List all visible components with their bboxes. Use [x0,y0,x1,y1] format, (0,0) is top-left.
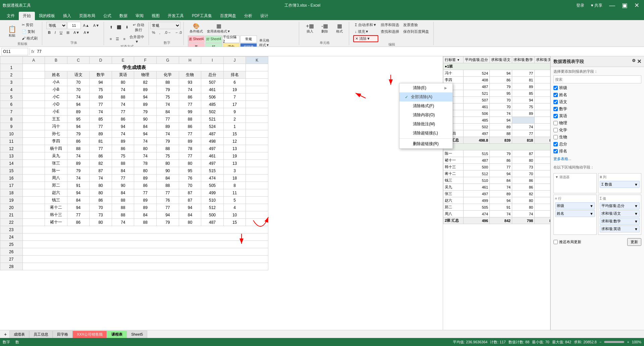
formula-input[interactable] [36,48,643,55]
col-header-A[interactable]: A [22,57,45,64]
menu-item-remove-hyperlink[interactable]: 删除超链接(R) [399,139,452,148]
pivot-col-yingyu[interactable]: 求和项:英语 [535,57,550,63]
paste-btn[interactable]: 📋 粘贴 [5,24,19,39]
format-cell-btn[interactable]: ▦ 格式 [333,22,346,35]
field-search-input[interactable] [553,75,641,83]
col-header-I[interactable]: I [201,57,224,64]
autosum-btn[interactable]: Σ 自动求和▼ [353,22,378,28]
row-num-14[interactable]: 14 [0,160,23,167]
delete-cell-btn[interactable]: -▦ 删除 [318,22,331,35]
row-num-5[interactable]: 5 [0,93,23,101]
sheet-tab-kechengbiao[interactable]: 课程表 [107,331,127,338]
row-num-10[interactable]: 10 [0,130,23,138]
cell-I2[interactable]: 总分 [201,71,224,79]
defer-update-checkbox[interactable] [553,240,558,244]
hair-check-btn[interactable]: 发票查验 [401,22,431,28]
font-size-decrease-btn[interactable]: A▼ [92,23,101,28]
row-num-16[interactable]: 16 [0,175,23,182]
cell-J2[interactable]: 排名 [223,71,246,79]
cell-D2[interactable]: 数学 [90,71,112,79]
share-btn[interactable]: ♥ 共享 [589,2,604,9]
wrap-text-btn[interactable]: ↵ 自动换行 [131,22,146,33]
align-bottom-btn[interactable]: ⬇ [124,22,130,33]
col-header-D[interactable]: D [90,57,112,64]
tab-analyze[interactable]: 分析 [240,12,256,20]
cell-K1[interactable] [246,64,268,71]
pivot-col-shuxue[interactable]: 求和项:数学 [512,57,535,63]
cell-C2[interactable]: 语文 [67,71,90,79]
row-num-3[interactable]: 3 [0,79,23,86]
field-checkbox-shengwu[interactable] [553,135,558,139]
minimize-btn[interactable]: — [607,1,617,10]
row-item-xingming[interactable]: 姓名 ▼ [555,210,595,217]
align-middle-btn[interactable]: ⬛ [115,22,123,33]
menu-item-clear-hyperlink[interactable]: 清除超链接(L) [399,129,452,138]
val-sum-shuxue[interactable]: 求和项:数学 ▼ [600,218,640,225]
field-checkbox-yingyu[interactable] [553,114,558,118]
row-num-2[interactable]: 2 [0,71,23,79]
sheet-tab-chengjibiao[interactable]: 成绩表 [9,331,29,338]
sheet-tab-sheet5[interactable]: Sheet5 [127,331,147,338]
border-btn[interactable]: ⊞ [65,30,71,36]
field-checkbox-wuli[interactable] [553,121,558,125]
val-sum-yuwen[interactable]: 求和项:语文 ▼ [600,210,640,217]
row-num-20[interactable]: 20 [0,204,23,211]
tab-mytemplate[interactable]: 我的模板 [35,12,59,20]
cell-K2[interactable] [246,71,268,79]
row-num-17[interactable]: 17 [0,182,23,189]
col-header-E[interactable]: E [112,57,134,64]
sort-filter-btn[interactable]: 排序和筛选 [379,22,401,28]
merge-center-btn[interactable]: 合并居中▼ [128,34,146,44]
row-num-12[interactable]: 12 [0,145,23,152]
sheet-tab-xiaoshou[interactable]: XXX公司销售额 [72,331,107,338]
cell-reference-box[interactable]: O11 [1,48,28,55]
add-sheet-btn[interactable]: + [1,331,9,338]
cell-A1[interactable] [22,64,45,71]
tab-formula[interactable]: 公式 [99,12,115,20]
col-header-G[interactable]: G [157,57,179,64]
col-header-F[interactable]: F [134,57,157,64]
swatch-moderate[interactable]: 适中 [223,43,239,47]
font-family-select[interactable]: 等线 [46,22,67,29]
window-controls[interactable]: 登录 ♥ 共享 — ▣ ✕ [574,1,641,10]
val-avg-zongfen[interactable]: 平均值项:总分 ▼ [600,202,640,209]
insert-cell-btn[interactable]: +▦ 插入 [303,22,317,35]
swatch-regular[interactable]: 常规 [240,36,257,43]
italic-btn[interactable]: I [53,30,57,35]
cell-title[interactable]: 学生成绩表 [45,64,224,71]
cell-J1[interactable] [223,64,246,71]
update-btn[interactable]: 更新 [627,238,641,246]
col-header-C[interactable]: C [67,57,90,64]
val-sum-yingyu[interactable]: 求和项:英语 ▼ [600,225,640,232]
cut-btn[interactable]: ✂ 剪切 [20,22,39,28]
field-checkbox-zongfen[interactable] [553,142,558,146]
bold-btn[interactable]: B [46,30,52,35]
clear-btn[interactable]: ✕ 清除▼ [353,35,378,42]
font-color-btn[interactable]: A▼ [82,30,91,35]
field-checkbox-yuwen[interactable] [553,100,558,104]
swatch-good[interactable]: 好 Sheet4 [205,36,222,43]
field-checkbox-banji[interactable] [553,86,558,90]
swatch-normal[interactable]: 千位分隔 2 [223,36,239,43]
tab-file[interactable]: 文件 [3,12,19,20]
field-checkbox-xingming[interactable] [553,93,558,97]
copy-btn[interactable]: 📄 复制 [20,28,39,35]
comma-btn[interactable]: , [158,30,162,35]
cell-A2[interactable] [22,71,45,79]
cell-H2[interactable]: 生物 [179,71,201,79]
col-header-H[interactable]: H [179,57,201,64]
tab-data[interactable]: 数据 [115,12,131,20]
fill-color-btn[interactable]: A▼ [72,30,81,35]
tab-home[interactable]: 开始 [19,12,35,20]
zoom-out-btn[interactable]: − [599,340,601,344]
decrease-decimal-btn[interactable]: ←.0 [173,30,183,35]
menu-item-clear-content[interactable]: 清除内容(O) [399,111,452,120]
row-num-1[interactable]: 1 [0,64,23,71]
number-format-select[interactable]: 常规 [150,22,180,29]
percent-btn[interactable]: % [150,30,157,35]
value-zone-tag[interactable]: Σ 数值 ▼ [600,181,640,188]
more-tables-link[interactable]: 更多表格... [553,156,641,161]
row-num-6[interactable]: 6 [0,101,23,108]
menu-item-clear-all[interactable]: ✓ 全部清除(A) [399,92,452,101]
swatch-diff[interactable]: 差 [188,43,205,47]
